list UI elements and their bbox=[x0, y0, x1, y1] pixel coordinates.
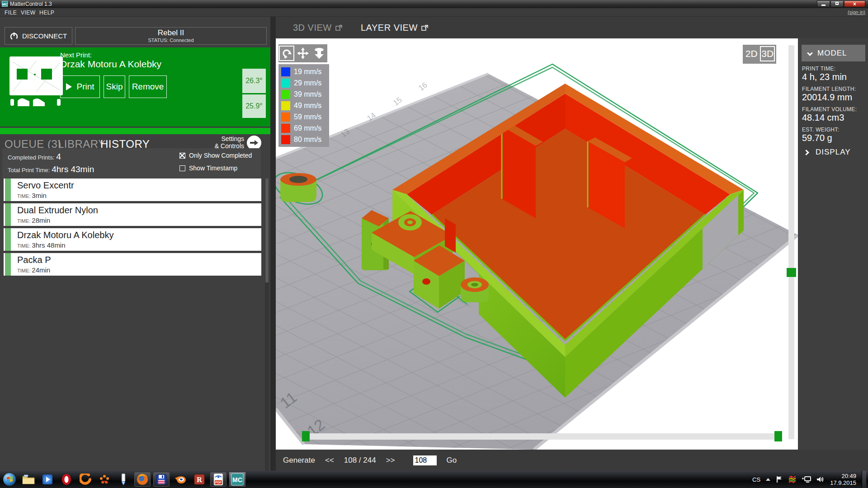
menu-view[interactable]: VIEW bbox=[21, 9, 36, 16]
print-thumbnail bbox=[9, 56, 64, 107]
tray-app-icon[interactable] bbox=[788, 476, 797, 483]
app-icon: MC bbox=[2, 1, 8, 7]
tray-language[interactable]: CS bbox=[752, 476, 760, 483]
model-sidebar: MODEL PRINT TIME: 4 h, 23 min FILAMENT L… bbox=[798, 38, 868, 450]
history-item[interactable]: Servo Excentr TIME:3min bbox=[4, 178, 261, 201]
taskbar-photo-app-icon[interactable] bbox=[96, 472, 113, 487]
printer-status: STATUS: Connected bbox=[75, 38, 266, 43]
legend-row: 19 mm/s bbox=[278, 66, 329, 77]
display-section-header[interactable]: DISPLAY bbox=[804, 148, 851, 157]
taskbar-firefox-icon[interactable] bbox=[134, 472, 151, 487]
layer-position: 108 / 244 bbox=[344, 456, 376, 465]
network-icon[interactable] bbox=[802, 476, 811, 483]
item-time-value: 3min bbox=[32, 192, 47, 199]
checkbox-checked-icon[interactable] bbox=[179, 153, 185, 159]
left-panel: DISCONNECT Rebel II STATUS: Connected Ne… bbox=[0, 17, 270, 471]
layer-slider-start-handle[interactable] bbox=[302, 431, 310, 441]
settings-controls-link[interactable]: Settings & Controls bbox=[194, 135, 244, 150]
layer-slider-handle[interactable] bbox=[787, 268, 796, 277]
taskbar-audio-app-icon[interactable] bbox=[77, 472, 94, 487]
layer-slider-vertical[interactable] bbox=[788, 45, 794, 439]
title-bar[interactable]: MC MatterControl 1.3 × bbox=[0, 0, 868, 8]
history-item[interactable]: Dual Extruder Nylon TIME:28min bbox=[4, 203, 261, 226]
rotate-tool-button[interactable] bbox=[279, 46, 294, 61]
pan-tool-button[interactable] bbox=[295, 46, 311, 61]
start-button[interactable] bbox=[1, 472, 18, 487]
next-print-label: Next Print: bbox=[60, 51, 92, 59]
checkbox-unchecked-icon[interactable] bbox=[179, 165, 185, 171]
legend-label: 59 mm/s bbox=[294, 113, 321, 121]
est-weight-value: 59.70 g bbox=[802, 133, 832, 143]
legend-color-chip bbox=[281, 113, 290, 122]
taskbar-media-player-icon[interactable] bbox=[39, 472, 56, 487]
taskbar-save-app-icon[interactable] bbox=[153, 472, 170, 487]
view-tab-bar: 3D VIEW LAYER VIEW bbox=[276, 17, 868, 38]
tray-date: 17.9.2015 bbox=[830, 479, 856, 486]
layer-slider-end-handle[interactable] bbox=[774, 431, 782, 441]
item-time: TIME:3min bbox=[17, 192, 47, 199]
print-button[interactable]: Print bbox=[60, 75, 100, 98]
item-time-label: TIME: bbox=[17, 268, 30, 273]
layer-view-canvas[interactable]: 11 12 13 14 15 16 bbox=[276, 38, 798, 450]
windows-taskbar: R PDF MC CS 20:49 17.9.2015 bbox=[0, 471, 868, 488]
go-button[interactable]: Go bbox=[447, 456, 457, 465]
svg-text:MC: MC bbox=[232, 476, 242, 483]
action-center-flag-icon[interactable] bbox=[776, 476, 783, 483]
show-timestamp-checkbox[interactable]: Show Timestamp bbox=[179, 164, 237, 172]
only-show-completed-checkbox[interactable]: Only Show Completed bbox=[179, 152, 252, 159]
printer-name: Rebel II bbox=[75, 28, 266, 38]
completed-prints-label: Completed Prints: bbox=[8, 154, 54, 161]
next-layer-button[interactable]: >> bbox=[386, 456, 395, 465]
legend-label: 69 mm/s bbox=[294, 124, 321, 132]
print-progress-bar bbox=[0, 128, 270, 134]
sign-in-link[interactable]: (sign in) bbox=[848, 9, 865, 15]
bed-temperature[interactable]: 25.9° bbox=[242, 94, 266, 118]
legend-row: 59 mm/s bbox=[278, 111, 329, 122]
legend-color-chip bbox=[281, 124, 290, 133]
restore-button[interactable] bbox=[830, 0, 844, 7]
taskbar-blender-icon[interactable] bbox=[172, 472, 189, 487]
next-print-name: Drzak Motoru A Kolebky bbox=[60, 59, 161, 70]
popout-icon[interactable] bbox=[335, 25, 342, 31]
item-name: Packa P bbox=[17, 255, 51, 265]
item-time-label: TIME: bbox=[17, 243, 30, 249]
legend-color-chip bbox=[281, 101, 290, 110]
generate-button[interactable]: Generate bbox=[283, 456, 315, 465]
history-item[interactable]: Drzak Motoru A Kolebky TIME:3hrs 48min bbox=[4, 228, 261, 251]
close-button[interactable]: × bbox=[844, 0, 865, 7]
minimize-button[interactable] bbox=[817, 0, 830, 7]
tray-clock[interactable]: 20:49 17.9.2015 bbox=[830, 473, 856, 486]
next-print-panel: Next Print: Drzak Motoru A Kolebky Print… bbox=[0, 47, 270, 127]
layer-number-input[interactable] bbox=[413, 455, 437, 465]
taskbar-pen-app-icon[interactable] bbox=[115, 472, 132, 487]
view-3d-button[interactable]: 3D bbox=[760, 46, 775, 61]
menu-help[interactable]: HELP bbox=[39, 9, 54, 16]
show-desktop-button[interactable] bbox=[862, 471, 866, 488]
popout-icon[interactable] bbox=[421, 25, 428, 31]
prev-layer-button[interactable]: << bbox=[325, 456, 334, 465]
taskbar-r-app-icon[interactable]: R bbox=[191, 472, 208, 487]
tray-expand-icon[interactable] bbox=[766, 478, 770, 481]
disconnect-button[interactable]: DISCONNECT bbox=[5, 27, 72, 45]
skip-button[interactable]: Skip bbox=[104, 75, 125, 98]
taskbar-mattercontrol-icon[interactable]: MC bbox=[229, 472, 245, 487]
remove-button[interactable]: Remove bbox=[129, 75, 167, 98]
extruder-temperature[interactable]: 26.3° bbox=[242, 69, 266, 93]
volume-icon[interactable] bbox=[816, 476, 825, 483]
history-item[interactable]: Packa P TIME:24min bbox=[4, 253, 261, 276]
tab-3d-view[interactable]: 3D VIEW bbox=[293, 23, 342, 33]
move-z-tool-button[interactable] bbox=[311, 46, 327, 61]
taskbar-opera-icon[interactable] bbox=[58, 472, 75, 487]
model-section-header[interactable]: MODEL bbox=[802, 45, 865, 61]
layer-slider-horizontal[interactable] bbox=[307, 433, 779, 440]
item-accent-strip bbox=[5, 253, 11, 276]
item-time-value: 24min bbox=[32, 266, 50, 274]
taskbar-explorer-icon[interactable] bbox=[20, 472, 37, 487]
tab-layer-view[interactable]: LAYER VIEW bbox=[361, 23, 428, 33]
taskbar-pdf-creator-icon[interactable]: PDF bbox=[210, 472, 226, 487]
menu-file[interactable]: FILE bbox=[5, 9, 17, 16]
history-scrollbar[interactable] bbox=[265, 178, 269, 477]
view-2d-button[interactable]: 2D bbox=[744, 46, 759, 61]
settings-label-line1: Settings bbox=[194, 135, 244, 142]
legend-label: 19 mm/s bbox=[294, 68, 321, 76]
